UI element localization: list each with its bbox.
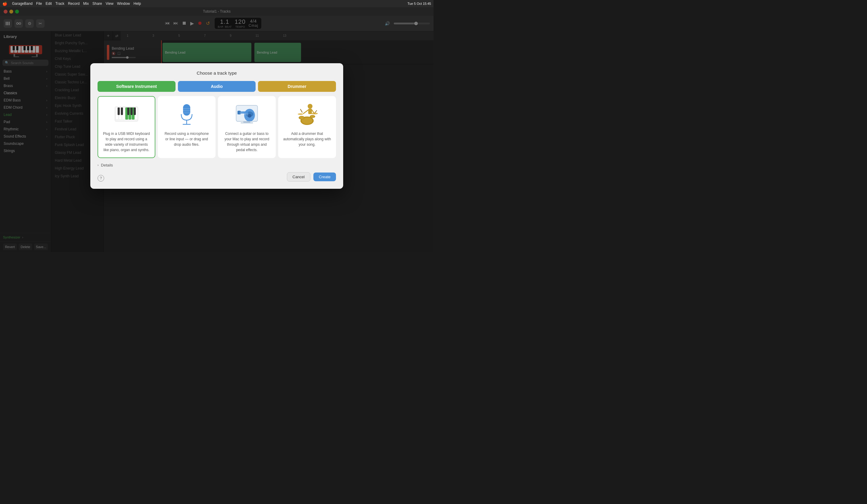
svg-line-59 <box>300 109 302 112</box>
svg-rect-54 <box>241 122 253 124</box>
svg-point-66 <box>310 115 314 118</box>
svg-rect-37 <box>183 104 190 116</box>
svg-point-68 <box>298 114 303 115</box>
menu-track[interactable]: Track <box>55 1 64 6</box>
svg-rect-35 <box>130 107 132 115</box>
svg-line-57 <box>303 110 308 114</box>
guitar-icon <box>235 103 259 127</box>
svg-point-67 <box>311 112 318 115</box>
create-button[interactable]: Create <box>313 172 336 181</box>
modal-footer: ? Cancel Create <box>98 172 336 182</box>
card-audio[interactable]: Record using a microphone or line input … <box>158 96 215 158</box>
card-guitar[interactable]: Connect a guitar or bass to your Mac to … <box>218 96 276 158</box>
chevron-right-icon: › <box>98 163 98 167</box>
svg-rect-56 <box>308 109 312 114</box>
svg-rect-32 <box>118 107 120 115</box>
menu-edit[interactable]: Edit <box>45 1 52 6</box>
menubar-right: Tue 5 Oct 15:45 <box>408 2 431 6</box>
svg-rect-47 <box>237 111 241 115</box>
menu-record[interactable]: Record <box>68 1 80 6</box>
menu-file[interactable]: File <box>36 1 42 6</box>
svg-point-64 <box>299 117 304 119</box>
tab-software-instrument[interactable]: Software Instrument <box>98 81 175 92</box>
card-software-instrument[interactable]: Plug in a USB MIDI keyboard to play and … <box>98 96 156 158</box>
card-drummer[interactable]: Add a drummer that automatically plays a… <box>278 96 336 158</box>
card-guitar-desc: Connect a guitar or bass to your Mac to … <box>223 131 271 153</box>
details-toggle[interactable]: › Details <box>98 163 336 168</box>
details-label: Details <box>101 163 113 168</box>
modal-overlay: Choose a track type Software Instrument … <box>0 0 434 252</box>
choose-track-modal: Choose a track type Software Instrument … <box>90 63 343 189</box>
menu-window[interactable]: Window <box>117 1 130 6</box>
menu-mix[interactable]: Mix <box>83 1 89 6</box>
menu-share[interactable]: Share <box>93 1 102 6</box>
menu-view[interactable]: View <box>106 1 114 6</box>
menubar: 🍎 GarageBand File Edit Track Record Mix … <box>0 0 434 7</box>
menubar-datetime: Tue 5 Oct 15:45 <box>408 2 431 6</box>
card-audio-desc: Record using a microphone or line input … <box>162 131 211 147</box>
apple-menu-icon[interactable]: 🍎 <box>2 1 7 6</box>
microphone-icon <box>175 103 199 127</box>
modal-title: Choose a track type <box>98 71 336 76</box>
svg-rect-33 <box>121 107 123 115</box>
card-software-instrument-desc: Plug in a USB MIDI keyboard to play and … <box>103 131 151 153</box>
svg-rect-36 <box>133 107 136 115</box>
tab-drummer[interactable]: Drummer <box>258 81 336 92</box>
modal-tabs: Software Instrument Audio Drummer <box>98 81 336 92</box>
card-drummer-desc: Add a drummer that automatically plays a… <box>283 131 331 147</box>
tab-audio[interactable]: Audio <box>178 81 256 92</box>
svg-point-55 <box>308 104 312 109</box>
drummer-icon <box>295 103 319 127</box>
help-button[interactable]: ? <box>98 175 104 182</box>
svg-point-48 <box>248 114 251 117</box>
menu-help[interactable]: Help <box>133 1 141 6</box>
svg-rect-53 <box>243 121 250 122</box>
cancel-button[interactable]: Cancel <box>287 172 310 182</box>
menu-garageband[interactable]: GarageBand <box>12 1 32 6</box>
svg-rect-34 <box>127 107 129 115</box>
modal-cards: Plug in a USB MIDI keyboard to play and … <box>98 96 336 158</box>
piano-icon <box>114 103 138 127</box>
